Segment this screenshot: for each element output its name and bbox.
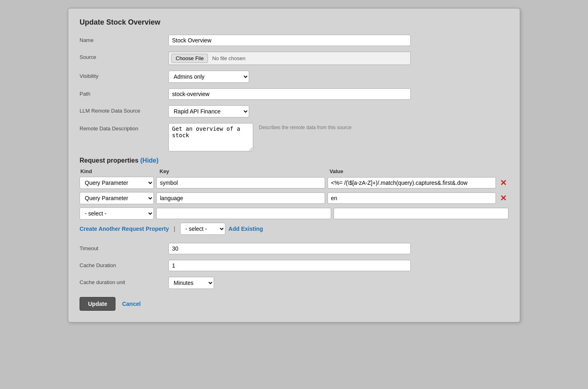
path-input[interactable] [168,88,411,100]
update-dialog: Update Stock Overview Name Source Choose… [68,8,520,322]
cache-duration-input[interactable] [168,260,411,271]
source-control: Choose File No file chosen [168,52,508,65]
rp-kind-select-1[interactable]: Query Parameter - select - Header Body [80,177,154,189]
source-row: Source Choose File No file chosen [80,52,508,65]
no-file-label: No file chosen [212,55,245,61]
cache-duration-label: Cache Duration [80,260,168,268]
rp-kind-select-2[interactable]: Query Parameter - select - Header Body [80,192,154,204]
remove-icon-1: ✕ [500,179,507,187]
cache-duration-row: Cache Duration [80,260,508,271]
rp-value-input-2[interactable] [328,192,496,204]
cache-unit-row: Cache duration unit Minutes Seconds Hour… [80,277,508,289]
request-props-section: Request properties (Hide) Kind Key Value… [80,157,508,235]
create-another-link[interactable]: Create Another Request Property [80,226,169,232]
visibility-label: Visibility [80,71,168,79]
rp-key-header: Key [156,168,326,174]
path-row: Path [80,88,508,100]
name-row: Name [80,35,508,46]
divider: | [174,226,175,232]
cache-unit-control: Minutes Seconds Hours [168,277,508,289]
rp-value-header: Value [326,168,496,174]
cache-duration-control [168,260,508,271]
rp-value-input-1[interactable] [328,177,496,188]
path-label: Path [80,88,168,97]
path-control [168,88,508,100]
cache-unit-label: Cache duration unit [80,277,168,285]
cache-unit-select[interactable]: Minutes Seconds Hours [168,277,214,289]
llm-control: Rapid API Finance None [168,105,508,117]
visibility-select[interactable]: Admins only Everyone Nobody [168,71,249,83]
choose-file-button[interactable]: Choose File [171,54,208,63]
rp-key-input-2[interactable] [156,192,325,204]
visibility-row: Visibility Admins only Everyone Nobody [80,71,508,83]
add-existing-select[interactable]: - select - [180,223,225,235]
rp-row-3: - select - Query Parameter Header Body [80,207,508,220]
remote-desc-row: Remote Data Description Get an overview … [80,123,508,151]
name-label: Name [80,35,168,43]
timeout-control [168,243,508,254]
timeout-row: Timeout [80,243,508,254]
remote-desc-textarea[interactable]: Get an overview of a stock [168,123,253,151]
rp-kind-select-3[interactable]: - select - Query Parameter Header Body [80,207,154,220]
llm-select[interactable]: Rapid API Finance None [168,105,249,117]
name-input[interactable] [168,35,411,46]
rp-key-input-1[interactable] [156,177,325,188]
visibility-control: Admins only Everyone Nobody [168,71,508,83]
hide-link[interactable]: (Hide) [140,157,158,164]
cancel-link[interactable]: Cancel [122,301,141,307]
remote-desc-control: Get an overview of a stock Describes the… [168,123,508,151]
rp-row-2: Query Parameter - select - Header Body ✕ [80,192,508,204]
add-prop-row: Create Another Request Property | - sele… [80,223,508,235]
rp-remove-btn-1[interactable]: ✕ [498,178,508,188]
file-input-wrapper: Choose File No file chosen [168,52,411,65]
rp-value-input-3[interactable] [334,208,508,219]
rp-key-input-3[interactable] [156,208,331,219]
source-label: Source [80,52,168,60]
add-existing-link[interactable]: Add Existing [229,226,263,232]
remove-icon-2: ✕ [500,194,507,202]
rp-row-1: Query Parameter - select - Header Body ✕ [80,177,508,189]
textarea-row: Get an overview of a stock Describes the… [168,123,508,151]
request-props-title: Request properties (Hide) [80,157,508,164]
dialog-title: Update Stock Overview [80,18,508,27]
rp-kind-header: Kind [80,168,156,174]
timeout-input[interactable] [168,243,411,254]
name-control [168,35,508,46]
llm-label: LLM Remote Data Source [80,105,168,114]
timeout-label: Timeout [80,243,168,251]
remote-desc-label: Remote Data Description [80,123,168,132]
rp-header: Kind Key Value [80,168,508,174]
rp-remove-btn-2[interactable]: ✕ [498,193,508,203]
llm-row: LLM Remote Data Source Rapid API Finance… [80,105,508,117]
footer-buttons: Update Cancel [80,297,508,311]
update-button[interactable]: Update [80,297,116,311]
remote-desc-hint: Describes the remote data from this sour… [259,123,351,130]
